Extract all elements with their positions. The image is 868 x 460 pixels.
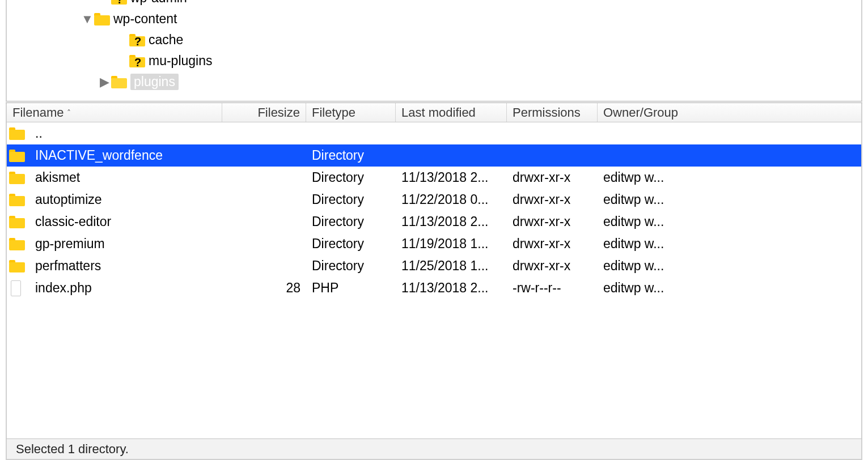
file-type: Directory bbox=[306, 236, 396, 252]
file-name: gp-premium bbox=[29, 236, 222, 252]
sort-ascending-icon: ˄ bbox=[67, 108, 71, 117]
file-owner: editwp w... bbox=[598, 280, 688, 296]
tree-item-label: wp-admin bbox=[130, 0, 187, 6]
folder-open-icon bbox=[111, 76, 127, 88]
col-header-filesize[interactable]: Filesize bbox=[222, 103, 306, 122]
tree-item-label: mu-plugins bbox=[149, 53, 213, 69]
folder-icon bbox=[9, 172, 24, 184]
file-permissions: drwxr-xr-x bbox=[507, 214, 598, 229]
file-date: 11/13/2018 2... bbox=[396, 170, 507, 185]
file-type: Directory bbox=[306, 258, 396, 274]
file-type: PHP bbox=[306, 280, 396, 296]
col-header-filetype-label: Filetype bbox=[312, 105, 355, 120]
folder-icon bbox=[9, 150, 24, 162]
tree-item-label: plugins bbox=[130, 74, 179, 90]
file-row[interactable]: classic-editorDirectory11/13/2018 2...dr… bbox=[7, 211, 861, 233]
col-header-filesize-label: Filesize bbox=[257, 105, 300, 120]
file-row[interactable]: akismetDirectory11/13/2018 2...drwxr-xr-… bbox=[7, 167, 861, 189]
file-permissions: drwxr-xr-x bbox=[507, 258, 598, 274]
file-list[interactable]: ..INACTIVE_wordfenceDirectoryakismetDire… bbox=[6, 122, 862, 438]
tree-item[interactable]: ?wp-admin bbox=[7, 0, 861, 8]
tree-item[interactable]: ?mu-plugins bbox=[7, 50, 861, 71]
file-date: 11/13/2018 2... bbox=[396, 214, 507, 229]
file-date: 11/13/2018 2... bbox=[396, 280, 507, 296]
col-header-permissions-label: Permissions bbox=[513, 105, 581, 120]
file-date: 11/19/2018 1... bbox=[396, 236, 507, 252]
status-text: Selected 1 directory. bbox=[16, 442, 129, 457]
col-header-lastmodified-label: Last modified bbox=[401, 105, 476, 120]
folder-icon bbox=[9, 238, 24, 250]
col-header-ownergroup[interactable]: Owner/Group bbox=[598, 103, 688, 122]
file-row[interactable]: gp-premiumDirectory11/19/2018 1...drwxr-… bbox=[7, 233, 861, 255]
col-header-filename[interactable]: Filename ˄ bbox=[7, 103, 222, 122]
col-header-filetype[interactable]: Filetype bbox=[306, 103, 396, 122]
chevron-down-icon[interactable]: ▼ bbox=[81, 12, 94, 27]
folder-icon bbox=[9, 127, 24, 140]
file-type: Directory bbox=[306, 148, 396, 163]
col-header-ownergroup-label: Owner/Group bbox=[603, 105, 678, 120]
folder-icon bbox=[9, 260, 24, 272]
file-name: classic-editor bbox=[29, 214, 222, 229]
col-header-filename-label: Filename bbox=[12, 105, 63, 120]
file-type: Directory bbox=[306, 192, 396, 207]
file-owner: editwp w... bbox=[598, 192, 688, 207]
tree-item[interactable]: ?cache bbox=[7, 29, 861, 50]
file-name: .. bbox=[29, 126, 222, 141]
file-permissions: drwxr-xr-x bbox=[507, 236, 598, 252]
file-owner: editwp w... bbox=[598, 236, 688, 252]
file-row[interactable]: .. bbox=[7, 122, 861, 144]
folder-unknown-icon: ? bbox=[111, 0, 127, 5]
column-headers: Filename ˄ Filesize Filetype Last modifi… bbox=[6, 103, 862, 122]
file-name: perfmatters bbox=[29, 258, 222, 274]
file-name: INACTIVE_wordfence bbox=[29, 148, 222, 163]
file-icon bbox=[11, 280, 21, 296]
tree-item-label: wp-content bbox=[113, 11, 177, 27]
file-date: 11/25/2018 1... bbox=[396, 258, 507, 274]
tree-item[interactable]: ▼wp-content bbox=[7, 8, 861, 29]
file-size: 28 bbox=[222, 280, 306, 296]
file-row[interactable]: index.php28PHP11/13/2018 2...-rw-r--r--e… bbox=[7, 277, 861, 299]
folder-icon bbox=[9, 216, 24, 228]
file-owner: editwp w... bbox=[598, 170, 688, 185]
chevron-right-icon[interactable]: ▶ bbox=[98, 75, 111, 90]
file-row[interactable]: INACTIVE_wordfenceDirectory bbox=[7, 144, 861, 167]
folder-unknown-icon: ? bbox=[129, 34, 145, 46]
file-row[interactable]: autoptimizeDirectory11/22/2018 0...drwxr… bbox=[7, 189, 861, 211]
file-type: Directory bbox=[306, 214, 396, 229]
tree-item[interactable]: ▶plugins bbox=[7, 71, 861, 92]
file-name: autoptimize bbox=[29, 192, 222, 207]
file-date: 11/22/2018 0... bbox=[396, 192, 507, 207]
file-name: akismet bbox=[29, 170, 222, 185]
col-header-permissions[interactable]: Permissions bbox=[507, 103, 598, 122]
file-permissions: drwxr-xr-x bbox=[507, 192, 598, 207]
directory-tree[interactable]: ?wp-admin▼wp-content?cache?mu-plugins▶pl… bbox=[6, 0, 862, 101]
file-row[interactable]: perfmattersDirectory11/25/2018 1...drwxr… bbox=[7, 255, 861, 277]
file-owner: editwp w... bbox=[598, 258, 688, 274]
status-bar: Selected 1 directory. bbox=[6, 438, 862, 460]
file-permissions: -rw-r--r-- bbox=[507, 280, 598, 296]
file-type: Directory bbox=[306, 170, 396, 185]
file-name: index.php bbox=[29, 280, 222, 296]
file-permissions: drwxr-xr-x bbox=[507, 170, 598, 185]
folder-icon bbox=[9, 194, 24, 206]
folder-unknown-icon: ? bbox=[129, 55, 145, 67]
col-header-lastmodified[interactable]: Last modified bbox=[396, 103, 507, 122]
tree-item-label: cache bbox=[149, 32, 183, 48]
folder-icon bbox=[94, 13, 110, 25]
file-owner: editwp w... bbox=[598, 214, 688, 229]
